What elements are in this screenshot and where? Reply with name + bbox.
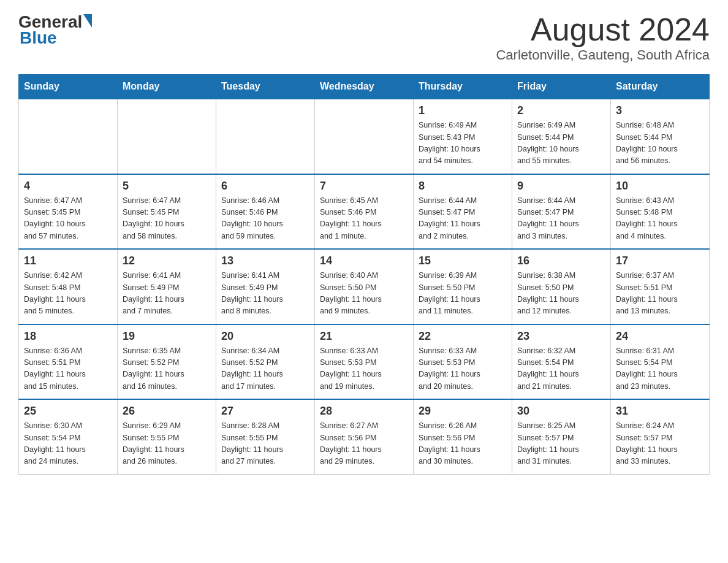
calendar-cell <box>216 99 315 174</box>
day-info: Sunrise: 6:27 AM Sunset: 5:56 PM Dayligh… <box>320 420 408 468</box>
calendar-cell <box>315 99 414 174</box>
calendar-cell: 29Sunrise: 6:26 AM Sunset: 5:56 PM Dayli… <box>414 399 512 474</box>
calendar-cell: 18Sunrise: 6:36 AM Sunset: 5:51 PM Dayli… <box>19 324 118 400</box>
day-number: 27 <box>221 405 309 418</box>
calendar-cell: 4Sunrise: 6:47 AM Sunset: 5:45 PM Daylig… <box>19 174 118 250</box>
day-info: Sunrise: 6:46 AM Sunset: 5:46 PM Dayligh… <box>221 195 309 243</box>
day-info: Sunrise: 6:47 AM Sunset: 5:45 PM Dayligh… <box>123 195 211 243</box>
calendar-cell: 24Sunrise: 6:31 AM Sunset: 5:54 PM Dayli… <box>611 324 710 400</box>
day-number: 16 <box>517 255 605 267</box>
weekday-header-row: SundayMondayTuesdayWednesdayThursdayFrid… <box>19 75 710 99</box>
calendar-cell: 20Sunrise: 6:34 AM Sunset: 5:52 PM Dayli… <box>216 324 315 400</box>
day-number: 12 <box>123 255 211 267</box>
day-number: 25 <box>24 405 112 418</box>
calendar-cell: 3Sunrise: 6:48 AM Sunset: 5:44 PM Daylig… <box>611 99 710 174</box>
calendar-cell <box>118 99 216 174</box>
day-number: 5 <box>123 180 211 193</box>
day-info: Sunrise: 6:29 AM Sunset: 5:55 PM Dayligh… <box>123 420 211 468</box>
calendar-cell <box>19 99 118 174</box>
calendar-cell: 27Sunrise: 6:28 AM Sunset: 5:55 PM Dayli… <box>216 399 315 474</box>
day-info: Sunrise: 6:40 AM Sunset: 5:50 PM Dayligh… <box>320 270 408 318</box>
day-info: Sunrise: 6:24 AM Sunset: 5:57 PM Dayligh… <box>616 420 704 468</box>
calendar-cell: 14Sunrise: 6:40 AM Sunset: 5:50 PM Dayli… <box>315 249 414 324</box>
day-info: Sunrise: 6:48 AM Sunset: 5:44 PM Dayligh… <box>616 120 704 167</box>
calendar-week-row: 11Sunrise: 6:42 AM Sunset: 5:48 PM Dayli… <box>19 249 710 324</box>
day-info: Sunrise: 6:47 AM Sunset: 5:45 PM Dayligh… <box>24 195 112 243</box>
calendar-cell: 1Sunrise: 6:49 AM Sunset: 5:43 PM Daylig… <box>414 99 512 174</box>
day-number: 17 <box>616 255 704 267</box>
month-title: August 2024 <box>496 12 710 47</box>
day-info: Sunrise: 6:38 AM Sunset: 5:50 PM Dayligh… <box>517 270 605 318</box>
day-number: 24 <box>616 330 704 343</box>
calendar-cell: 23Sunrise: 6:32 AM Sunset: 5:54 PM Dayli… <box>512 324 611 400</box>
calendar-cell: 26Sunrise: 6:29 AM Sunset: 5:55 PM Dayli… <box>118 399 216 474</box>
day-number: 4 <box>24 180 112 193</box>
day-info: Sunrise: 6:41 AM Sunset: 5:49 PM Dayligh… <box>221 270 309 318</box>
calendar-week-row: 18Sunrise: 6:36 AM Sunset: 5:51 PM Dayli… <box>19 324 710 400</box>
day-info: Sunrise: 6:32 AM Sunset: 5:54 PM Dayligh… <box>517 345 605 393</box>
calendar-week-row: 4Sunrise: 6:47 AM Sunset: 5:45 PM Daylig… <box>19 174 710 250</box>
day-number: 22 <box>419 330 507 343</box>
logo: General Blue <box>18 12 92 48</box>
day-info: Sunrise: 6:44 AM Sunset: 5:47 PM Dayligh… <box>517 195 605 243</box>
day-number: 31 <box>616 405 704 418</box>
day-info: Sunrise: 6:28 AM Sunset: 5:55 PM Dayligh… <box>221 420 309 468</box>
day-info: Sunrise: 6:37 AM Sunset: 5:51 PM Dayligh… <box>616 270 704 318</box>
logo-triangle-icon <box>83 14 92 28</box>
day-info: Sunrise: 6:49 AM Sunset: 5:44 PM Dayligh… <box>517 120 605 167</box>
day-number: 1 <box>419 104 507 117</box>
calendar-cell: 17Sunrise: 6:37 AM Sunset: 5:51 PM Dayli… <box>611 249 710 324</box>
logo-blue-text: Blue <box>20 28 57 48</box>
page-header: General Blue August 2024 Carletonville, … <box>18 12 710 63</box>
calendar-week-row: 1Sunrise: 6:49 AM Sunset: 5:43 PM Daylig… <box>19 99 710 174</box>
calendar-cell: 15Sunrise: 6:39 AM Sunset: 5:50 PM Dayli… <box>414 249 512 324</box>
day-number: 14 <box>320 255 408 267</box>
location-subtitle: Carletonville, Gauteng, South Africa <box>496 47 710 63</box>
weekday-header-thursday: Thursday <box>414 75 512 99</box>
calendar-cell: 28Sunrise: 6:27 AM Sunset: 5:56 PM Dayli… <box>315 399 414 474</box>
day-number: 13 <box>221 255 309 267</box>
weekday-header-wednesday: Wednesday <box>315 75 414 99</box>
calendar-cell: 10Sunrise: 6:43 AM Sunset: 5:48 PM Dayli… <box>611 174 710 250</box>
calendar-cell: 5Sunrise: 6:47 AM Sunset: 5:45 PM Daylig… <box>118 174 216 250</box>
day-info: Sunrise: 6:43 AM Sunset: 5:48 PM Dayligh… <box>616 195 704 243</box>
day-number: 23 <box>517 330 605 343</box>
day-info: Sunrise: 6:25 AM Sunset: 5:57 PM Dayligh… <box>517 420 605 468</box>
day-info: Sunrise: 6:45 AM Sunset: 5:46 PM Dayligh… <box>320 195 408 243</box>
day-info: Sunrise: 6:49 AM Sunset: 5:43 PM Dayligh… <box>419 120 507 167</box>
weekday-header-saturday: Saturday <box>611 75 710 99</box>
day-number: 21 <box>320 330 408 343</box>
calendar-cell: 9Sunrise: 6:44 AM Sunset: 5:47 PM Daylig… <box>512 174 611 250</box>
day-info: Sunrise: 6:31 AM Sunset: 5:54 PM Dayligh… <box>616 345 704 393</box>
day-info: Sunrise: 6:33 AM Sunset: 5:53 PM Dayligh… <box>419 345 507 393</box>
day-info: Sunrise: 6:42 AM Sunset: 5:48 PM Dayligh… <box>24 270 112 318</box>
day-number: 20 <box>221 330 309 343</box>
calendar-cell: 12Sunrise: 6:41 AM Sunset: 5:49 PM Dayli… <box>118 249 216 324</box>
day-info: Sunrise: 6:36 AM Sunset: 5:51 PM Dayligh… <box>24 345 112 393</box>
day-info: Sunrise: 6:44 AM Sunset: 5:47 PM Dayligh… <box>419 195 507 243</box>
calendar-week-row: 25Sunrise: 6:30 AM Sunset: 5:54 PM Dayli… <box>19 399 710 474</box>
calendar-cell: 13Sunrise: 6:41 AM Sunset: 5:49 PM Dayli… <box>216 249 315 324</box>
day-number: 10 <box>616 180 704 193</box>
day-number: 9 <box>517 180 605 193</box>
calendar-cell: 25Sunrise: 6:30 AM Sunset: 5:54 PM Dayli… <box>19 399 118 474</box>
calendar-cell: 6Sunrise: 6:46 AM Sunset: 5:46 PM Daylig… <box>216 174 315 250</box>
day-number: 29 <box>419 405 507 418</box>
calendar-cell: 19Sunrise: 6:35 AM Sunset: 5:52 PM Dayli… <box>118 324 216 400</box>
day-info: Sunrise: 6:33 AM Sunset: 5:53 PM Dayligh… <box>320 345 408 393</box>
calendar-cell: 7Sunrise: 6:45 AM Sunset: 5:46 PM Daylig… <box>315 174 414 250</box>
day-number: 2 <box>517 104 605 117</box>
day-info: Sunrise: 6:35 AM Sunset: 5:52 PM Dayligh… <box>123 345 211 393</box>
calendar-cell: 2Sunrise: 6:49 AM Sunset: 5:44 PM Daylig… <box>512 99 611 174</box>
calendar-cell: 30Sunrise: 6:25 AM Sunset: 5:57 PM Dayli… <box>512 399 611 474</box>
title-block: August 2024 Carletonville, Gauteng, Sout… <box>496 12 710 63</box>
weekday-header-monday: Monday <box>118 75 216 99</box>
calendar-table: SundayMondayTuesdayWednesdayThursdayFrid… <box>18 74 710 475</box>
day-info: Sunrise: 6:39 AM Sunset: 5:50 PM Dayligh… <box>419 270 507 318</box>
day-number: 11 <box>24 255 112 267</box>
day-info: Sunrise: 6:26 AM Sunset: 5:56 PM Dayligh… <box>419 420 507 468</box>
day-number: 19 <box>123 330 211 343</box>
calendar-cell: 16Sunrise: 6:38 AM Sunset: 5:50 PM Dayli… <box>512 249 611 324</box>
day-number: 7 <box>320 180 408 193</box>
calendar-cell: 22Sunrise: 6:33 AM Sunset: 5:53 PM Dayli… <box>414 324 512 400</box>
